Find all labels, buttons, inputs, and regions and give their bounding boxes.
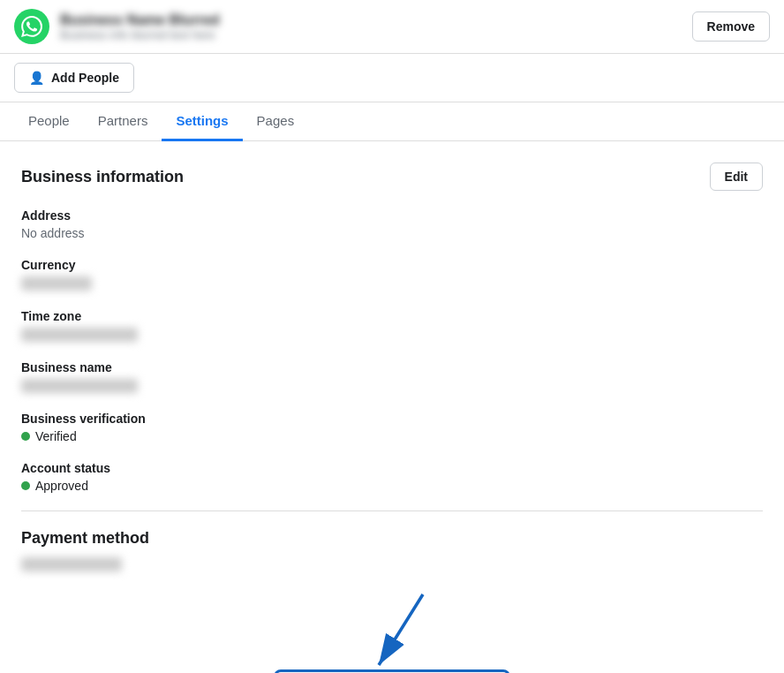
tabs-bar: People Partners Settings Pages bbox=[0, 102, 784, 141]
section-title: Business information bbox=[21, 168, 184, 186]
tab-people[interactable]: People bbox=[14, 102, 84, 141]
header-info: Business Name Blurred Business info blur… bbox=[60, 12, 220, 42]
business-name-row: Business name Business Name Here bbox=[21, 360, 763, 394]
account-status-label: Account status bbox=[21, 461, 763, 475]
remove-button[interactable]: Remove bbox=[692, 11, 770, 42]
whatsapp-manager-button[interactable]: WhatsApp Manager ☞ bbox=[274, 669, 509, 673]
tab-partners[interactable]: Partners bbox=[84, 102, 162, 141]
payment-value: Payment info here bbox=[21, 557, 122, 571]
verification-label: Business verification bbox=[21, 412, 763, 426]
main-content: Business information Edit Address No add… bbox=[0, 141, 784, 673]
timezone-value: America Los Angeles bbox=[21, 328, 138, 342]
verification-badge: Verified bbox=[21, 429, 763, 443]
payment-row: Payment method Payment info here bbox=[21, 529, 763, 572]
add-people-label: Add People bbox=[51, 71, 119, 85]
currency-value: USD Euro bbox=[21, 276, 92, 291]
payment-section-title: Payment method bbox=[21, 529, 763, 548]
arrow-svg bbox=[339, 590, 445, 673]
add-people-button[interactable]: 👤 Add People bbox=[14, 63, 134, 93]
business-sub: Business info blurred text here bbox=[60, 28, 220, 42]
add-person-icon: 👤 bbox=[29, 71, 44, 85]
account-status-row: Account status Approved bbox=[21, 461, 763, 493]
biz-name-label: Business name bbox=[21, 360, 763, 374]
section-header: Business information Edit bbox=[21, 163, 763, 191]
verified-dot bbox=[21, 432, 30, 441]
whatsapp-logo-icon bbox=[14, 9, 49, 44]
address-label: Address bbox=[21, 208, 763, 223]
address-value: No address bbox=[21, 226, 763, 240]
account-status-value: Approved bbox=[35, 479, 88, 493]
tab-pages[interactable]: Pages bbox=[243, 102, 309, 141]
biz-name-value: Business Name Here bbox=[21, 379, 138, 393]
address-row: Address No address bbox=[21, 208, 763, 240]
currency-row: Currency USD Euro bbox=[21, 258, 763, 291]
svg-line-1 bbox=[379, 594, 423, 665]
business-name: Business Name Blurred bbox=[60, 12, 220, 28]
header: Business Name Blurred Business info blur… bbox=[0, 0, 784, 54]
section-divider bbox=[21, 510, 763, 511]
verification-value: Verified bbox=[35, 429, 77, 443]
currency-label: Currency bbox=[21, 258, 763, 272]
approved-dot bbox=[21, 481, 30, 490]
edit-button[interactable]: Edit bbox=[710, 163, 763, 191]
timezone-row: Time zone America Los Angeles bbox=[21, 309, 763, 343]
account-status-badge: Approved bbox=[21, 479, 763, 493]
arrow-container bbox=[21, 590, 763, 673]
add-people-bar: 👤 Add People bbox=[0, 54, 784, 102]
timezone-label: Time zone bbox=[21, 309, 763, 323]
tab-settings[interactable]: Settings bbox=[162, 102, 242, 141]
cta-area: WhatsApp Manager ☞ bbox=[21, 590, 763, 673]
verification-row: Business verification Verified bbox=[21, 412, 763, 443]
header-left: Business Name Blurred Business info blur… bbox=[14, 9, 220, 44]
